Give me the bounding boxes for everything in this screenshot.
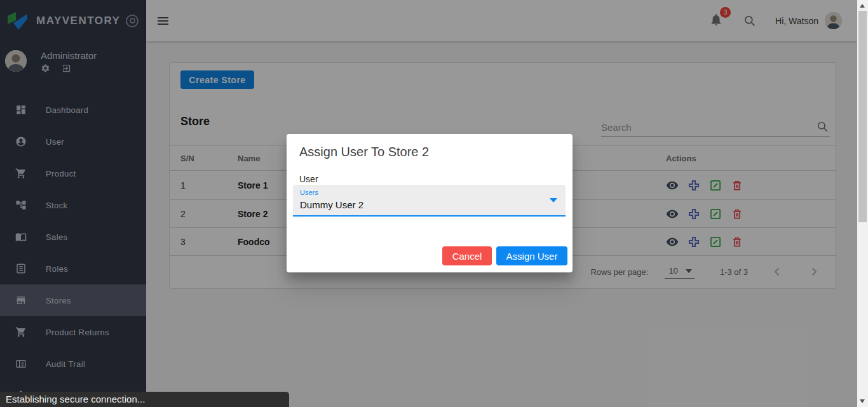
cancel-button[interactable]: Cancel <box>442 246 492 265</box>
page-scrollbar[interactable] <box>857 0 868 407</box>
browser-status-bar: Establishing secure connection... <box>0 392 289 407</box>
assign-user-button[interactable]: Assign User <box>496 246 567 265</box>
app-window: MAYVENTORY Administrator Dashboard <box>0 0 868 407</box>
scroll-up-icon[interactable] <box>860 4 865 8</box>
user-field-label: User <box>299 174 318 184</box>
users-select-value: Dummy User 2 <box>300 199 363 210</box>
caret-down-icon <box>550 198 557 203</box>
users-select-caption: Users <box>300 189 318 196</box>
assign-user-modal: Assign User To Store 2 User Users Dummy … <box>287 134 573 272</box>
modal-title: Assign User To Store 2 <box>299 145 429 159</box>
scroll-down-icon[interactable] <box>860 399 865 403</box>
users-select[interactable]: Users Dummy User 2 <box>293 185 566 217</box>
scrollbar-thumb[interactable] <box>858 11 867 222</box>
